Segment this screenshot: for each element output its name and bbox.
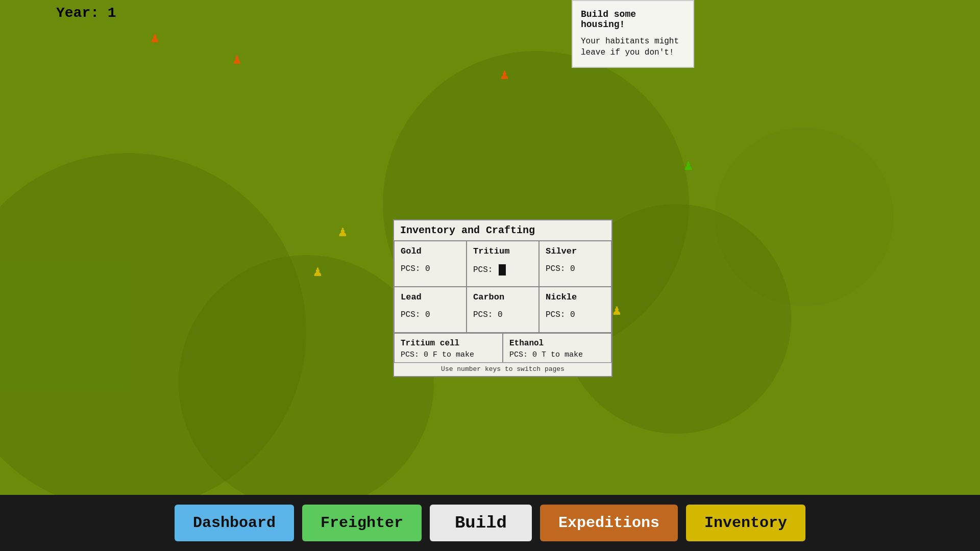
inventory-panel: Inventory and Crafting Gold PCS: 0 Triti…	[393, 219, 612, 377]
inv-cell-nickle: Nickle PCS: 0	[539, 287, 611, 333]
silver-name: Silver	[546, 246, 605, 256]
inventory-button[interactable]: Inventory	[686, 505, 805, 541]
nickle-name: Nickle	[546, 292, 605, 302]
silver-count: PCS: 0	[546, 264, 575, 273]
year-display: Year: 1	[56, 5, 116, 21]
inv-cell-silver: Silver PCS: 0	[539, 241, 611, 287]
inv-cell-carbon: Carbon PCS: 0	[467, 287, 539, 333]
gold-count: PCS: 0	[401, 264, 430, 273]
craft-cell-tritiumcell: Tritium cell PCS: 0 F to make	[394, 333, 503, 363]
year-label: Year:	[56, 5, 99, 21]
lead-name: Lead	[401, 292, 460, 302]
tritium-name: Tritium	[473, 246, 532, 256]
tritiumcell-info: PCS: 0 F to make	[401, 350, 474, 359]
lead-count: PCS: 0	[401, 310, 430, 319]
tritiumcell-name: Tritium cell	[401, 339, 496, 348]
ethanol-info: PCS: 0 T to make	[509, 350, 583, 359]
bottom-nav: Dashboard Freighter Build Expeditions In…	[0, 495, 980, 551]
game-world: Year: 1 Build some housing! Your habitan…	[0, 0, 980, 551]
person-1: ♟	[151, 32, 159, 46]
person-2: ♟	[233, 53, 241, 67]
gold-name: Gold	[401, 246, 460, 256]
panel-hint: Use number keys to switch pages	[394, 363, 611, 376]
inventory-grid: Gold PCS: 0 Tritium PCS: Silver PCS: 0 L…	[394, 240, 611, 333]
person-7: ♟	[612, 304, 621, 318]
tritium-cursor	[499, 264, 506, 276]
notification-body: Your habitants might leave if you don't!	[581, 36, 685, 59]
panel-title: Inventory and Crafting	[394, 220, 611, 240]
nickle-count: PCS: 0	[546, 310, 575, 319]
crafting-row: Tritium cell PCS: 0 F to make Ethanol PC…	[394, 333, 611, 363]
ethanol-name: Ethanol	[509, 339, 605, 348]
carbon-name: Carbon	[473, 292, 532, 302]
person-5: ♟	[313, 265, 322, 280]
person-6: ♟	[684, 159, 693, 173]
inv-cell-lead: Lead PCS: 0	[394, 287, 467, 333]
person-3: ♟	[500, 68, 509, 83]
build-button[interactable]: Build	[430, 505, 532, 541]
inv-cell-tritium: Tritium PCS:	[467, 241, 539, 287]
dashboard-button[interactable]: Dashboard	[175, 505, 294, 541]
inv-cell-gold: Gold PCS: 0	[394, 241, 467, 287]
notification-title: Build some housing!	[581, 9, 685, 30]
expeditions-button[interactable]: Expeditions	[540, 505, 678, 541]
person-4: ♟	[338, 226, 347, 240]
freighter-button[interactable]: Freighter	[302, 505, 422, 541]
year-value: 1	[108, 5, 116, 21]
carbon-count: PCS: 0	[473, 310, 503, 319]
craft-cell-ethanol: Ethanol PCS: 0 T to make	[503, 333, 611, 363]
notification-box: Build some housing! Your habitants might…	[572, 0, 694, 68]
tritium-count: PCS:	[473, 265, 506, 274]
